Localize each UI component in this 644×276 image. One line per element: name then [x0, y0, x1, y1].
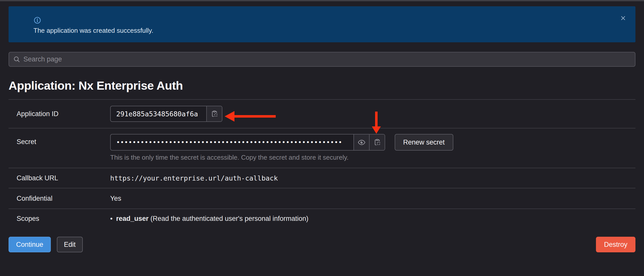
- secret-masked-value[interactable]: [111, 134, 353, 150]
- table-row-confidential: Confidential Yes: [9, 188, 635, 209]
- scope-list-item: • read_user (Read the authenticated user…: [110, 215, 635, 223]
- renew-secret-button[interactable]: Renew secret: [395, 134, 453, 151]
- application-id-value[interactable]: [111, 106, 206, 121]
- alert-message: The application was created successfully…: [33, 26, 608, 34]
- application-id-label: Application ID: [9, 110, 110, 118]
- info-icon: [33, 16, 41, 24]
- secret-field-group: [110, 134, 385, 151]
- success-alert-banner: The application was created successfully…: [9, 6, 635, 42]
- secret-label: Secret: [9, 128, 110, 146]
- scope-description: (Read the authenticated user's personal …: [150, 215, 308, 222]
- callback-url-value: https://your.enterprise.url/auth-callbac…: [110, 174, 635, 182]
- secret-helper-text: This is the only time the secret is acce…: [110, 154, 635, 161]
- copy-to-clipboard-icon[interactable]: [206, 106, 222, 121]
- callback-url-label: Callback URL: [9, 174, 110, 182]
- continue-button[interactable]: Continue: [9, 237, 51, 252]
- scopes-label: Scopes: [9, 215, 110, 223]
- scope-name: read_user: [116, 215, 148, 222]
- destroy-button[interactable]: Destroy: [596, 237, 635, 252]
- confidential-label: Confidential: [9, 195, 110, 202]
- application-details-table: Application ID: [9, 99, 635, 228]
- bullet-icon: •: [110, 215, 112, 223]
- application-details-page: The application was created successfully…: [0, 0, 644, 276]
- confidential-value: Yes: [110, 195, 635, 202]
- search-input[interactable]: [23, 55, 631, 63]
- table-row-scopes: Scopes • read_user (Read the authenticat…: [9, 209, 635, 228]
- copy-to-clipboard-icon[interactable]: [369, 134, 385, 150]
- page-title: Application: Nx Enterprise Auth: [9, 79, 635, 93]
- close-icon[interactable]: [620, 15, 626, 21]
- eye-icon[interactable]: [353, 134, 369, 150]
- search-bar: [9, 52, 635, 67]
- application-id-field-group: [110, 106, 222, 122]
- table-row-application-id: Application ID: [9, 99, 635, 128]
- edit-button[interactable]: Edit: [57, 237, 83, 252]
- search-icon: [13, 56, 20, 63]
- table-row-secret: Secret: [9, 128, 635, 168]
- footer-actions: Continue Edit Destroy: [9, 237, 635, 252]
- table-row-callback-url: Callback URL https://your.enterprise.url…: [9, 168, 635, 188]
